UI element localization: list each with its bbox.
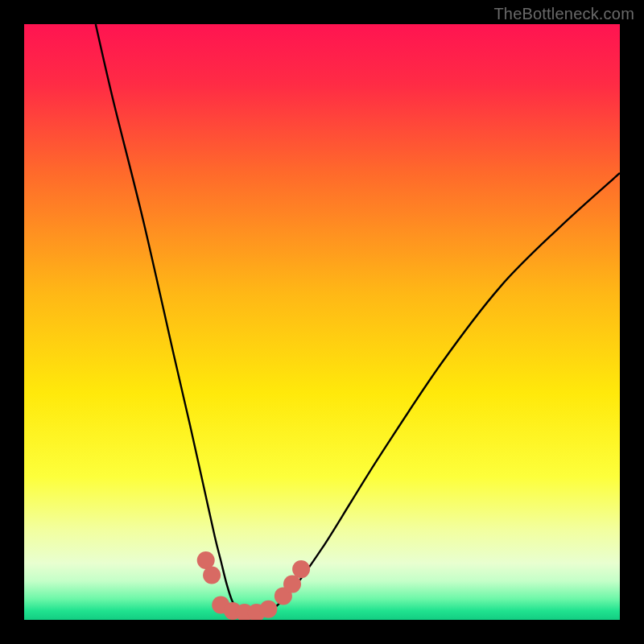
marker-dot — [292, 560, 310, 578]
plot-area — [24, 24, 620, 620]
chart-frame: TheBottleneck.com — [0, 0, 644, 644]
chart-svg — [24, 24, 620, 620]
gradient-background — [24, 24, 620, 620]
watermark-text: TheBottleneck.com — [493, 5, 634, 23]
marker-dot — [283, 576, 301, 593]
marker-dot — [203, 567, 221, 584]
marker-dot — [259, 601, 277, 618]
